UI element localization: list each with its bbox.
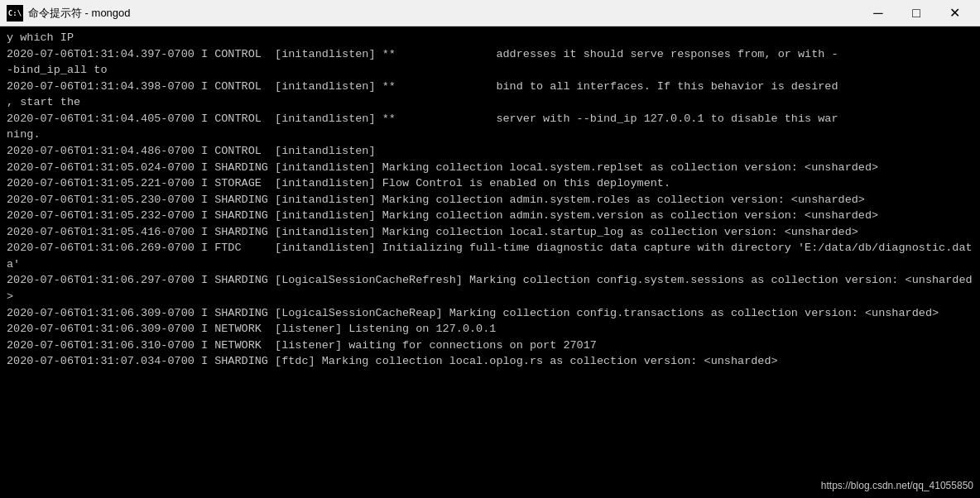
titlebar: C:\ 命令提示符 - mongod ─ □ ✕ <box>0 0 980 26</box>
window-controls: ─ □ ✕ <box>859 0 973 26</box>
terminal-line: 2020-07-06T01:31:05.416-0700 I SHARDING … <box>7 224 973 241</box>
terminal-line: -bind_ip_all to <box>7 62 973 79</box>
terminal-line: 2020-07-06T01:31:04.398-0700 I CONTROL [… <box>7 79 973 95</box>
terminal-line: y which IP <box>7 30 973 46</box>
terminal-line: 2020-07-06T01:31:06.310-0700 I NETWORK [… <box>7 338 973 354</box>
terminal-line: 2020-07-06T01:31:07.034-0700 I SHARDING … <box>7 353 973 370</box>
terminal-line: 2020-07-06T01:31:06.309-0700 I SHARDING … <box>7 305 973 322</box>
minimize-button[interactable]: ─ <box>859 0 897 26</box>
terminal-line: 2020-07-06T01:31:04.486-0700 I CONTROL [… <box>7 143 973 160</box>
terminal-output: y which IP2020-07-06T01:31:04.397-0700 I… <box>0 26 980 498</box>
watermark: https://blog.csdn.net/qq_41055850 <box>821 480 973 491</box>
terminal-line: ning. <box>7 127 973 143</box>
window-title: 命令提示符 - mongod <box>28 6 859 21</box>
terminal-line: 2020-07-06T01:31:04.397-0700 I CONTROL [… <box>7 46 973 63</box>
terminal-line: 2020-07-06T01:31:05.221-0700 I STORAGE [… <box>7 175 973 192</box>
terminal-line: 2020-07-06T01:31:05.230-0700 I SHARDING … <box>7 192 973 208</box>
terminal-line: 2020-07-06T01:31:04.405-0700 I CONTROL [… <box>7 111 973 127</box>
app-icon: C:\ <box>7 5 23 22</box>
close-button[interactable]: ✕ <box>935 0 973 26</box>
terminal-line: 2020-07-06T01:31:06.309-0700 I NETWORK [… <box>7 321 973 338</box>
terminal-line: , start the <box>7 94 973 111</box>
terminal-line: 2020-07-06T01:31:06.297-0700 I SHARDING … <box>7 272 973 304</box>
restore-button[interactable]: □ <box>897 0 935 26</box>
terminal-line: 2020-07-06T01:31:06.269-0700 I FTDC [ini… <box>7 240 973 272</box>
terminal-line: 2020-07-06T01:31:05.024-0700 I SHARDING … <box>7 160 973 176</box>
terminal-window: C:\ 命令提示符 - mongod ─ □ ✕ y which IP2020-… <box>0 0 980 498</box>
terminal-line: 2020-07-06T01:31:05.232-0700 I SHARDING … <box>7 208 973 224</box>
